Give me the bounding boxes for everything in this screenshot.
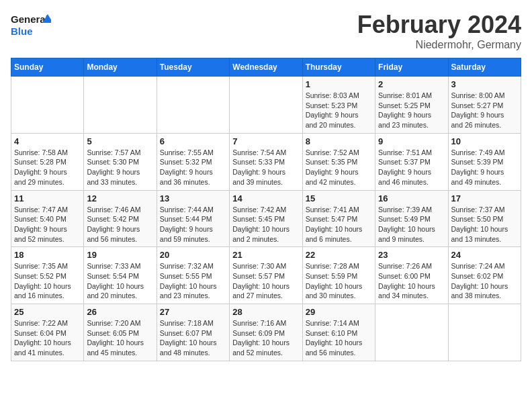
day-number: 22 bbox=[306, 250, 372, 260]
calendar-cell: 16Sunrise: 7:39 AM Sunset: 5:49 PM Dayli… bbox=[375, 190, 448, 247]
calendar-cell: 14Sunrise: 7:42 AM Sunset: 5:45 PM Dayli… bbox=[230, 190, 302, 247]
day-number: 26 bbox=[87, 307, 153, 317]
day-number: 15 bbox=[306, 193, 372, 203]
day-number: 28 bbox=[232, 307, 299, 317]
calendar-cell: 26Sunrise: 7:20 AM Sunset: 6:05 PM Dayli… bbox=[84, 304, 157, 361]
calendar-cell: 6Sunrise: 7:55 AM Sunset: 5:32 PM Daylig… bbox=[157, 133, 229, 190]
calendar-cell: 22Sunrise: 7:28 AM Sunset: 5:59 PM Dayli… bbox=[302, 247, 375, 304]
week-row-4: 25Sunrise: 7:22 AM Sunset: 6:04 PM Dayli… bbox=[11, 304, 521, 361]
calendar-cell bbox=[448, 304, 521, 361]
day-info: Sunrise: 7:20 AM Sunset: 6:05 PM Dayligh… bbox=[87, 318, 153, 358]
calendar-cell: 29Sunrise: 7:14 AM Sunset: 6:10 PM Dayli… bbox=[302, 304, 375, 361]
day-number: 9 bbox=[378, 136, 445, 146]
day-number: 16 bbox=[378, 193, 445, 203]
calendar-cell: 9Sunrise: 7:51 AM Sunset: 5:37 PM Daylig… bbox=[375, 133, 448, 190]
calendar-cell: 4Sunrise: 7:58 AM Sunset: 5:28 PM Daylig… bbox=[11, 133, 84, 190]
day-info: Sunrise: 7:41 AM Sunset: 5:47 PM Dayligh… bbox=[306, 205, 372, 244]
location-title: Niedermohr, Germany bbox=[357, 39, 521, 51]
day-info: Sunrise: 7:58 AM Sunset: 5:28 PM Dayligh… bbox=[14, 148, 81, 187]
calendar-cell: 21Sunrise: 7:30 AM Sunset: 5:57 PM Dayli… bbox=[230, 247, 302, 304]
weekday-header-tuesday: Tuesday bbox=[157, 58, 229, 77]
day-info: Sunrise: 7:35 AM Sunset: 5:52 PM Dayligh… bbox=[14, 261, 81, 301]
day-number: 20 bbox=[160, 250, 226, 260]
week-row-0: 1Sunrise: 8:03 AM Sunset: 5:23 PM Daylig… bbox=[11, 77, 521, 134]
day-number: 25 bbox=[14, 307, 81, 317]
day-info: Sunrise: 7:22 AM Sunset: 6:04 PM Dayligh… bbox=[14, 318, 81, 358]
day-info: Sunrise: 7:18 AM Sunset: 6:07 PM Dayligh… bbox=[160, 318, 226, 358]
day-number: 11 bbox=[14, 193, 81, 203]
weekday-header-thursday: Thursday bbox=[302, 58, 375, 77]
calendar-cell: 5Sunrise: 7:57 AM Sunset: 5:30 PM Daylig… bbox=[84, 133, 157, 190]
day-number: 12 bbox=[87, 193, 153, 203]
calendar-cell: 18Sunrise: 7:35 AM Sunset: 5:52 PM Dayli… bbox=[11, 247, 84, 304]
calendar-cell: 13Sunrise: 7:44 AM Sunset: 5:44 PM Dayli… bbox=[157, 190, 229, 247]
day-info: Sunrise: 8:01 AM Sunset: 5:25 PM Dayligh… bbox=[378, 91, 445, 130]
day-number: 14 bbox=[232, 193, 299, 203]
calendar-cell bbox=[375, 304, 448, 361]
calendar-cell bbox=[157, 77, 229, 134]
week-row-1: 4Sunrise: 7:58 AM Sunset: 5:28 PM Daylig… bbox=[11, 133, 521, 190]
day-info: Sunrise: 7:42 AM Sunset: 5:45 PM Dayligh… bbox=[232, 205, 299, 244]
week-row-3: 18Sunrise: 7:35 AM Sunset: 5:52 PM Dayli… bbox=[11, 247, 521, 304]
day-info: Sunrise: 7:57 AM Sunset: 5:30 PM Dayligh… bbox=[87, 148, 153, 187]
calendar-cell: 12Sunrise: 7:46 AM Sunset: 5:42 PM Dayli… bbox=[84, 190, 157, 247]
day-info: Sunrise: 7:37 AM Sunset: 5:50 PM Dayligh… bbox=[451, 205, 518, 244]
logo: General Blue bbox=[11, 11, 51, 40]
day-info: Sunrise: 7:39 AM Sunset: 5:49 PM Dayligh… bbox=[378, 205, 445, 244]
day-info: Sunrise: 7:33 AM Sunset: 5:54 PM Dayligh… bbox=[87, 261, 153, 301]
calendar-cell: 24Sunrise: 7:24 AM Sunset: 6:02 PM Dayli… bbox=[448, 247, 521, 304]
svg-text:Blue: Blue bbox=[11, 26, 33, 37]
day-info: Sunrise: 7:16 AM Sunset: 6:09 PM Dayligh… bbox=[232, 318, 299, 358]
calendar-body: 1Sunrise: 8:03 AM Sunset: 5:23 PM Daylig… bbox=[11, 77, 521, 361]
calendar-cell: 17Sunrise: 7:37 AM Sunset: 5:50 PM Dayli… bbox=[448, 190, 521, 247]
calendar-cell: 1Sunrise: 8:03 AM Sunset: 5:23 PM Daylig… bbox=[302, 77, 375, 134]
day-info: Sunrise: 8:00 AM Sunset: 5:27 PM Dayligh… bbox=[451, 91, 518, 130]
calendar-cell: 8Sunrise: 7:52 AM Sunset: 5:35 PM Daylig… bbox=[302, 133, 375, 190]
calendar-cell: 25Sunrise: 7:22 AM Sunset: 6:04 PM Dayli… bbox=[11, 304, 84, 361]
weekday-header-monday: Monday bbox=[84, 58, 157, 77]
calendar-cell: 2Sunrise: 8:01 AM Sunset: 5:25 PM Daylig… bbox=[375, 77, 448, 134]
day-number: 2 bbox=[378, 79, 445, 89]
calendar-cell: 27Sunrise: 7:18 AM Sunset: 6:07 PM Dayli… bbox=[157, 304, 229, 361]
day-number: 23 bbox=[378, 250, 445, 260]
weekday-header-wednesday: Wednesday bbox=[230, 58, 302, 77]
day-info: Sunrise: 7:32 AM Sunset: 5:55 PM Dayligh… bbox=[160, 261, 226, 301]
calendar-cell: 3Sunrise: 8:00 AM Sunset: 5:27 PM Daylig… bbox=[448, 77, 521, 134]
calendar-cell: 19Sunrise: 7:33 AM Sunset: 5:54 PM Dayli… bbox=[84, 247, 157, 304]
month-title: February 2024 bbox=[357, 11, 521, 39]
day-number: 7 bbox=[232, 136, 299, 146]
day-number: 18 bbox=[14, 250, 81, 260]
calendar-cell: 11Sunrise: 7:47 AM Sunset: 5:40 PM Dayli… bbox=[11, 190, 84, 247]
day-number: 3 bbox=[451, 79, 518, 89]
day-info: Sunrise: 7:51 AM Sunset: 5:37 PM Dayligh… bbox=[378, 148, 445, 187]
day-info: Sunrise: 7:14 AM Sunset: 6:10 PM Dayligh… bbox=[306, 318, 372, 358]
day-number: 19 bbox=[87, 250, 153, 260]
weekday-header-sunday: Sunday bbox=[11, 58, 84, 77]
day-info: Sunrise: 7:54 AM Sunset: 5:33 PM Dayligh… bbox=[232, 148, 299, 187]
calendar-cell: 28Sunrise: 7:16 AM Sunset: 6:09 PM Dayli… bbox=[230, 304, 302, 361]
day-info: Sunrise: 7:44 AM Sunset: 5:44 PM Dayligh… bbox=[160, 205, 226, 244]
day-number: 4 bbox=[14, 136, 81, 146]
day-number: 5 bbox=[87, 136, 153, 146]
day-number: 29 bbox=[306, 307, 372, 317]
calendar-cell bbox=[11, 77, 84, 134]
day-number: 10 bbox=[451, 136, 518, 146]
day-number: 8 bbox=[306, 136, 372, 146]
day-info: Sunrise: 7:49 AM Sunset: 5:39 PM Dayligh… bbox=[451, 148, 518, 187]
calendar-cell bbox=[230, 77, 302, 134]
day-number: 27 bbox=[160, 307, 226, 317]
calendar-cell: 20Sunrise: 7:32 AM Sunset: 5:55 PM Dayli… bbox=[157, 247, 229, 304]
day-info: Sunrise: 7:30 AM Sunset: 5:57 PM Dayligh… bbox=[232, 261, 299, 301]
calendar-cell: 10Sunrise: 7:49 AM Sunset: 5:39 PM Dayli… bbox=[448, 133, 521, 190]
header: General Blue February 2024 Niedermohr, G… bbox=[11, 11, 521, 51]
day-number: 13 bbox=[160, 193, 226, 203]
day-info: Sunrise: 7:47 AM Sunset: 5:40 PM Dayligh… bbox=[14, 205, 81, 244]
day-info: Sunrise: 7:46 AM Sunset: 5:42 PM Dayligh… bbox=[87, 205, 153, 244]
calendar-cell: 15Sunrise: 7:41 AM Sunset: 5:47 PM Dayli… bbox=[302, 190, 375, 247]
calendar-cell bbox=[84, 77, 157, 134]
day-number: 6 bbox=[160, 136, 226, 146]
day-info: Sunrise: 7:52 AM Sunset: 5:35 PM Dayligh… bbox=[306, 148, 372, 187]
weekday-row: SundayMondayTuesdayWednesdayThursdayFrid… bbox=[11, 58, 521, 77]
logo-svg: General Blue bbox=[11, 11, 51, 40]
weekday-header-saturday: Saturday bbox=[448, 58, 521, 77]
